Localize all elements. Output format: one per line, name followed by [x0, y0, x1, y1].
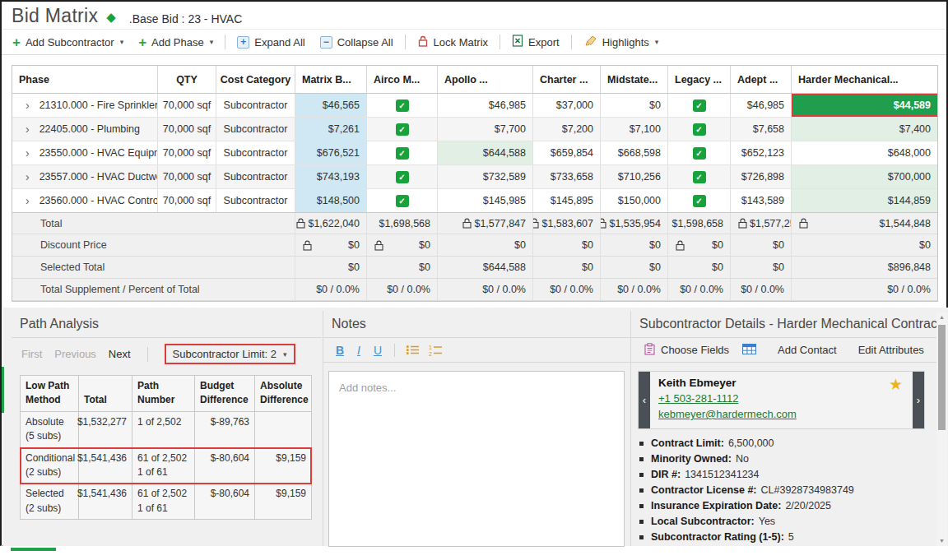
contact-email-link[interactable]: kebmeyer@hardermech.com — [658, 408, 797, 420]
bid-cell[interactable]: $7,200 — [533, 118, 601, 141]
column-header[interactable]: QTY — [158, 66, 216, 93]
pager-first-button[interactable]: First — [21, 348, 42, 360]
qty-cell[interactable]: 70,000 sqf — [158, 141, 216, 164]
pager-previous-button[interactable]: Previous — [54, 348, 96, 360]
bid-check-cell[interactable]: ✓ — [668, 94, 731, 117]
subcontractor-limit-dropdown[interactable]: Subcontractor Limit: 2 ▾ — [165, 344, 295, 364]
bid-cell[interactable]: $7,658 — [731, 118, 792, 141]
path-column-header[interactable]: Budget Difference — [195, 376, 255, 411]
cost-category-cell[interactable]: Subcontractor — [216, 141, 295, 164]
bid-cell[interactable]: $652,123 — [731, 141, 792, 164]
column-header[interactable]: Apollo ... — [438, 66, 533, 93]
bid-cell[interactable]: $150,000 — [601, 189, 668, 212]
bid-check-cell[interactable]: ✓ — [367, 189, 438, 212]
path-column-header[interactable]: Path Number — [132, 376, 195, 411]
column-header[interactable]: Airco M... — [367, 66, 438, 93]
qty-cell[interactable]: 70,000 sqf — [158, 165, 216, 188]
cost-category-cell[interactable]: Subcontractor — [216, 189, 295, 212]
field-chooser-grid-button[interactable] — [736, 344, 763, 357]
bid-cell[interactable]: $37,000 — [533, 94, 601, 117]
collapse-all-button[interactable]: − Collapse All — [313, 30, 401, 54]
bid-check-cell[interactable]: ✓ — [367, 118, 438, 141]
bid-check-cell[interactable]: ✓ — [668, 189, 731, 212]
bullet-list-button[interactable] — [403, 344, 423, 356]
bid-cell[interactable]: $659,854 — [533, 141, 601, 164]
column-header[interactable]: Charter ... — [533, 66, 601, 93]
add-contact-button[interactable]: Add Contact — [771, 344, 843, 356]
column-header[interactable]: Cost Category — [216, 66, 295, 93]
highlights-button[interactable]: Highlights ▾ — [576, 30, 667, 54]
expand-chevron-icon[interactable]: › — [26, 99, 30, 112]
phase-cell[interactable]: ›23560.000 - HVAC Controls — [12, 189, 158, 212]
add-phase-button[interactable]: + Add Phase ▾ — [131, 30, 221, 54]
cost-category-cell[interactable]: Subcontractor — [216, 94, 295, 117]
lock-matrix-button[interactable]: Lock Matrix — [410, 30, 495, 54]
bid-cell[interactable]: $44,589 — [792, 94, 937, 117]
bid-cell[interactable]: $46,565 — [295, 94, 367, 117]
contact-prev-button[interactable]: ‹ — [639, 372, 650, 428]
bid-cell[interactable]: $7,400 — [792, 118, 937, 141]
bid-cell[interactable]: $7,700 — [438, 118, 533, 141]
contact-next-button[interactable]: › — [913, 372, 924, 428]
expand-chevron-icon[interactable]: › — [26, 194, 30, 207]
bid-cell[interactable]: $710,256 — [601, 165, 668, 188]
bid-cell[interactable]: $648,000 — [792, 141, 937, 164]
scrollbar-thumb[interactable] — [938, 325, 946, 430]
phase-cell[interactable]: ›22405.000 - Plumbing — [12, 118, 158, 141]
bid-check-cell[interactable]: ✓ — [367, 141, 438, 164]
path-column-header[interactable]: Low Path Method — [21, 376, 79, 411]
pager-next-button[interactable]: Next — [109, 348, 131, 360]
path-column-header[interactable]: Total — [79, 376, 132, 411]
column-header[interactable]: Matrix B... — [295, 66, 367, 93]
bid-cell[interactable]: $676,521 — [295, 141, 367, 164]
bid-cell[interactable]: $46,985 — [731, 94, 792, 117]
bid-check-cell[interactable]: ✓ — [367, 165, 438, 188]
underline-button[interactable]: U — [369, 344, 386, 357]
path-row[interactable]: Absolute(5 subs)$1,532,2771 of 2,502$-89… — [21, 412, 311, 448]
bid-cell[interactable]: $144,859 — [792, 189, 937, 212]
bold-button[interactable]: B — [332, 344, 348, 357]
column-header[interactable]: Legacy ... — [668, 66, 731, 93]
cost-category-cell[interactable]: Subcontractor — [216, 118, 295, 141]
path-row[interactable]: Selected(2 subs)$1,541,43661 of 2,5021 o… — [21, 484, 311, 519]
qty-cell[interactable]: 70,000 sqf — [158, 189, 216, 212]
notes-input[interactable] — [328, 371, 625, 547]
phase-cell[interactable]: ›23550.000 - HVAC Equipm... — [12, 141, 158, 164]
expand-all-button[interactable]: + Expand All — [230, 30, 312, 54]
details-scrollbar[interactable]: ▲ ▼ — [936, 312, 947, 546]
bid-cell[interactable]: $143,589 — [731, 189, 792, 212]
bid-cell[interactable]: $726,898 — [731, 165, 792, 188]
column-header[interactable]: Midstate... — [601, 66, 668, 93]
scroll-down-icon[interactable]: ▼ — [936, 536, 947, 546]
bid-cell[interactable]: $7,100 — [601, 118, 668, 141]
bid-check-cell[interactable]: ✓ — [668, 118, 731, 141]
qty-cell[interactable]: 70,000 sqf — [158, 94, 216, 117]
expand-chevron-icon[interactable]: › — [26, 170, 30, 183]
bid-check-cell[interactable]: ✓ — [668, 141, 731, 164]
add-subcontractor-button[interactable]: + Add Subcontractor ▾ — [5, 30, 131, 54]
bid-cell[interactable]: $732,589 — [438, 165, 533, 188]
italic-button[interactable]: I — [351, 344, 367, 357]
bid-check-cell[interactable]: ✓ — [668, 165, 731, 188]
bid-cell[interactable]: $743,193 — [295, 165, 367, 188]
bid-cell[interactable]: $145,895 — [533, 189, 601, 212]
bid-cell[interactable]: $644,588 — [438, 141, 533, 164]
bid-cell[interactable]: $733,658 — [533, 165, 601, 188]
bid-cell[interactable]: $145,985 — [438, 189, 533, 212]
expand-chevron-icon[interactable]: › — [26, 123, 30, 136]
column-header[interactable]: Phase — [12, 66, 158, 93]
column-header[interactable]: Harder Mechanical... — [792, 66, 937, 93]
phase-cell[interactable]: ›23557.000 - HVAC Ductwork — [12, 165, 158, 188]
expand-chevron-icon[interactable]: › — [26, 146, 30, 160]
scroll-up-icon[interactable]: ▲ — [936, 312, 947, 322]
qty-cell[interactable]: 70,000 sqf — [158, 118, 216, 141]
cost-category-cell[interactable]: Subcontractor — [216, 165, 295, 188]
choose-fields-button[interactable]: Choose Fields — [638, 343, 736, 358]
path-column-header[interactable]: Absolute Difference — [255, 376, 311, 411]
bid-cell[interactable]: $668,598 — [601, 141, 668, 164]
bid-cell[interactable]: $46,985 — [438, 94, 533, 117]
contact-phone-link[interactable]: +1 503-281-1112 — [658, 392, 738, 405]
favorite-star-icon[interactable]: ★ — [889, 375, 903, 394]
bid-cell[interactable]: $0 — [601, 94, 668, 117]
bid-cell[interactable]: $148,500 — [295, 189, 367, 212]
